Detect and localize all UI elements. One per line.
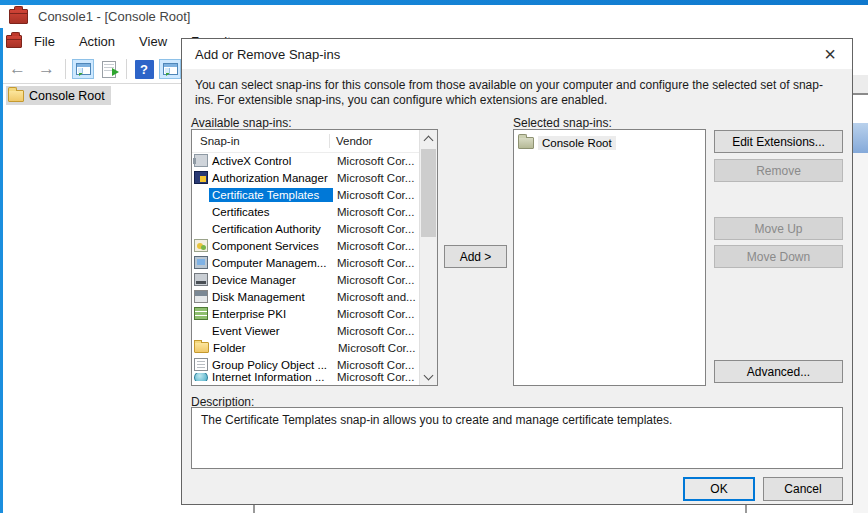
snapin-name: Certification Authority <box>209 222 333 236</box>
computer-management-icon <box>194 256 208 269</box>
snapin-name: Enterprise PKI <box>209 307 333 321</box>
dialog-title: Add or Remove Snap-ins <box>195 47 340 62</box>
snapin-name: Folder <box>210 341 334 355</box>
dialog-intro-text: You can select snap-ins for this console… <box>195 78 837 108</box>
folder-icon <box>8 90 24 102</box>
snapin-vendor: Microsoft Cor... <box>333 172 420 184</box>
available-snapin-row[interactable]: FolderMicrosoft Cor... <box>192 339 420 356</box>
available-snapins-list[interactable]: Snap-in Vendor ActiveX ControlMicrosoft … <box>191 129 438 386</box>
export-list-icon <box>102 61 116 78</box>
description-box: The Certificate Templates snap-in allows… <box>191 407 843 469</box>
menu-file[interactable]: File <box>22 30 67 53</box>
disk-management-icon <box>194 290 208 303</box>
ok-button[interactable]: OK <box>683 477 755 501</box>
snapin-vendor: Microsoft Cor... <box>333 189 420 201</box>
dialog-titlebar: Add or Remove Snap-ins <box>182 39 852 69</box>
authorization-manager-icon <box>194 171 208 184</box>
snapin-vendor: Microsoft Cor... <box>333 240 420 252</box>
available-snapins-label: Available snap-ins: <box>191 116 292 130</box>
column-header-vendor[interactable]: Vendor <box>329 134 420 148</box>
move-down-button[interactable]: Move Down <box>714 245 843 268</box>
description-text: The Certificate Templates snap-in allows… <box>201 413 672 427</box>
add-button[interactable]: Add > <box>444 245 507 268</box>
menu-action[interactable]: Action <box>67 30 127 53</box>
help-button[interactable]: ? <box>133 59 155 79</box>
toolbar-separator <box>126 59 127 79</box>
folder-olive-icon <box>518 137 534 149</box>
snapin-name: Device Manager <box>209 273 333 287</box>
available-snapin-row[interactable]: CertificatesMicrosoft Cor... <box>192 203 420 220</box>
advanced-button[interactable]: Advanced... <box>714 360 843 383</box>
scroll-up-icon[interactable] <box>420 130 437 147</box>
snapin-vendor: Microsoft and... <box>333 291 420 303</box>
tree-item-label: Console Root <box>29 89 105 103</box>
available-snapin-row[interactable]: Computer Managem...Microsoft Cor... <box>192 254 420 271</box>
window-edge-mark <box>253 505 255 513</box>
snapin-vendor: Microsoft Cor... <box>333 155 420 167</box>
cancel-button[interactable]: Cancel <box>763 477 843 501</box>
toolbar-separator <box>65 59 66 79</box>
show-console-tree-button[interactable] <box>72 59 94 79</box>
selected-snapin-items: Console Root <box>514 130 705 152</box>
snapin-name: Disk Management <box>209 290 333 304</box>
available-snapin-row[interactable]: ActiveX ControlMicrosoft Cor... <box>192 152 420 169</box>
vertical-scrollbar[interactable] <box>419 130 437 385</box>
certificates-icon <box>194 205 208 218</box>
available-snapin-row[interactable]: Component ServicesMicrosoft Cor... <box>192 237 420 254</box>
snapin-name: Internet Information ... <box>209 373 333 381</box>
actions-header-sliver <box>853 123 868 153</box>
available-snapin-row[interactable]: Internet Information ...Microsoft Cor... <box>192 373 420 381</box>
action-pane-icon <box>163 63 178 75</box>
menu-view[interactable]: View <box>127 30 179 53</box>
snapin-name: Certificate Templates <box>209 188 333 202</box>
column-header-snapin[interactable]: Snap-in <box>192 135 329 147</box>
close-icon[interactable]: × <box>818 41 842 68</box>
scroll-down-icon[interactable] <box>420 368 437 385</box>
available-snapin-row[interactable]: Certificate TemplatesMicrosoft Cor... <box>192 186 420 203</box>
globe-icon <box>194 373 208 381</box>
available-snapin-row[interactable]: Event ViewerMicrosoft Cor... <box>192 322 420 339</box>
tree-item-console-root[interactable]: Console Root <box>6 86 111 105</box>
forward-arrow-icon[interactable]: → <box>32 59 61 79</box>
remove-button[interactable]: Remove <box>714 159 843 182</box>
event-viewer-icon <box>194 324 208 337</box>
actions-pane-sliver <box>853 55 868 513</box>
selected-snapin-item[interactable]: Console Root <box>514 130 705 152</box>
enterprise-pki-icon <box>194 307 208 320</box>
selected-snapins-label: Selected snap-ins: <box>513 116 612 130</box>
window-left-border <box>0 28 3 513</box>
mmc-toolbox-icon <box>9 9 28 24</box>
available-snapin-row[interactable]: Authorization ManagerMicrosoft Cor... <box>192 169 420 186</box>
snapin-name: Computer Managem... <box>209 256 333 270</box>
activex-icon <box>194 154 208 167</box>
column-header-sliver <box>853 75 868 95</box>
export-list-button[interactable] <box>98 59 120 79</box>
available-snapin-row[interactable]: Enterprise PKIMicrosoft Cor... <box>192 305 420 322</box>
mmc-toolbox-icon <box>6 35 22 48</box>
snapin-name: Component Services <box>209 239 333 253</box>
snapin-name: ActiveX Control <box>209 154 333 168</box>
move-up-button[interactable]: Move Up <box>714 217 843 240</box>
scrollbar-thumb[interactable] <box>421 149 436 237</box>
selected-snapin-name: Console Root <box>538 136 616 150</box>
edit-extensions-button[interactable]: Edit Extensions... <box>714 130 843 153</box>
available-snapin-row[interactable]: Certification AuthorityMicrosoft Cor... <box>192 220 420 237</box>
available-snapin-row[interactable]: Device ManagerMicrosoft Cor... <box>192 271 420 288</box>
device-manager-icon <box>194 273 208 286</box>
show-action-pane-button[interactable] <box>159 59 181 79</box>
gpo-icon <box>194 358 208 371</box>
certification-authority-icon <box>194 222 208 235</box>
back-arrow-icon[interactable]: ← <box>3 59 32 79</box>
titlebar: Console1 - [Console Root] <box>0 5 868 28</box>
actions-body-sliver <box>853 153 868 513</box>
available-snapin-rows: ActiveX ControlMicrosoft Cor...Authoriza… <box>192 152 420 385</box>
snapin-vendor: Microsoft Cor... <box>333 206 420 218</box>
snapin-vendor: Microsoft Cor... <box>333 325 420 337</box>
snapin-vendor: Microsoft Cor... <box>333 223 420 235</box>
help-icon: ? <box>135 60 154 79</box>
component-services-icon <box>194 239 208 252</box>
available-snapin-row[interactable]: Group Policy Object ...Microsoft Cor... <box>192 356 420 373</box>
snapin-vendor: Microsoft Cor... <box>333 274 420 286</box>
available-snapin-row[interactable]: Disk ManagementMicrosoft and... <box>192 288 420 305</box>
selected-snapins-list[interactable]: Console Root <box>513 129 706 386</box>
